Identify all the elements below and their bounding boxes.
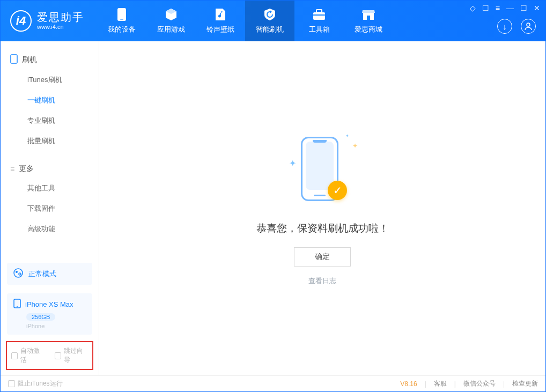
svg-rect-2 bbox=[313, 12, 325, 20]
svg-rect-3 bbox=[316, 10, 322, 12]
svg-point-8 bbox=[14, 269, 23, 277]
title-bar: i4 爱思助手 www.i4.cn 我的设备 应用游戏 铃声壁纸 智能刷机 工具… bbox=[1, 1, 545, 41]
device-type: iPhone bbox=[26, 323, 86, 329]
music-file-icon bbox=[215, 8, 226, 21]
list-icon: ≡ bbox=[10, 165, 14, 173]
sidebar: 刷机 iTunes刷机 一键刷机 专业刷机 批量刷机 ≡ 更多 其他工具 下载固… bbox=[1, 41, 99, 375]
sidebar-item-pro-flash[interactable]: 专业刷机 bbox=[1, 110, 99, 131]
success-illustration: ✦ ✦ ✦ ✓ bbox=[285, 131, 360, 206]
skin-icon[interactable]: ◇ bbox=[470, 4, 476, 12]
menu-icon[interactable]: ≡ bbox=[496, 4, 500, 12]
version-label: V8.16 bbox=[400, 380, 417, 388]
user-icon[interactable] bbox=[521, 19, 536, 34]
success-message: 恭喜您，保资料刷机成功啦！ bbox=[256, 221, 389, 235]
sparkle-icon: ✦ bbox=[345, 134, 349, 138]
download-icon[interactable]: ↓ bbox=[497, 19, 512, 34]
ok-button[interactable]: 确定 bbox=[294, 247, 351, 267]
nav-store[interactable]: 爱思商城 bbox=[344, 1, 393, 41]
app-logo: i4 爱思助手 www.i4.cn bbox=[1, 1, 97, 41]
sidebar-item-oneclick-flash[interactable]: 一键刷机 bbox=[1, 90, 99, 110]
cube-icon bbox=[164, 8, 178, 21]
device-icon bbox=[117, 8, 127, 21]
store-icon bbox=[361, 8, 375, 21]
refresh-shield-icon bbox=[263, 8, 277, 21]
device-capacity: 256GB bbox=[26, 313, 55, 321]
main-content: ✦ ✦ ✦ ✓ 恭喜您，保资料刷机成功啦！ 确定 查看日志 bbox=[99, 41, 545, 375]
app-url: www.i4.cn bbox=[37, 24, 84, 31]
sparkle-icon: ✦ bbox=[289, 158, 296, 168]
window-controls: ◇ ☐ ≡ — ☐ ✕ bbox=[470, 4, 540, 12]
status-bar: 阻止iTunes运行 V8.16 | 客服 | 微信公众号 | 检查更新 bbox=[1, 375, 545, 391]
device-phone-icon bbox=[13, 299, 21, 310]
nav-flash[interactable]: 智能刷机 bbox=[245, 1, 294, 41]
link-support[interactable]: 客服 bbox=[434, 379, 447, 388]
mode-card[interactable]: 正常模式 bbox=[7, 263, 92, 285]
svg-point-6 bbox=[527, 23, 530, 26]
minimize-button[interactable]: — bbox=[506, 4, 514, 12]
svg-point-10 bbox=[19, 273, 21, 275]
close-button[interactable]: ✕ bbox=[534, 4, 540, 12]
mode-label: 正常模式 bbox=[28, 269, 56, 279]
svg-rect-7 bbox=[11, 55, 17, 63]
logo-icon: i4 bbox=[10, 10, 32, 32]
link-wechat[interactable]: 微信公众号 bbox=[463, 379, 496, 388]
checkbox-skip-guide[interactable]: 跳过向导 bbox=[55, 346, 88, 365]
view-log-link[interactable]: 查看日志 bbox=[308, 276, 336, 286]
nav-apps[interactable]: 应用游戏 bbox=[146, 1, 196, 41]
svg-rect-1 bbox=[120, 19, 123, 20]
svg-rect-5 bbox=[367, 16, 370, 20]
main-nav: 我的设备 应用游戏 铃声壁纸 智能刷机 工具箱 爱思商城 bbox=[97, 1, 393, 41]
feedback-icon[interactable]: ☐ bbox=[482, 4, 489, 12]
toolbox-icon bbox=[312, 8, 326, 21]
checkbox-auto-activate[interactable]: 自动激活 bbox=[11, 346, 45, 365]
options-highlighted-box: 自动激活 跳过向导 bbox=[6, 341, 93, 370]
sidebar-section-flash: 刷机 bbox=[1, 50, 99, 70]
mode-icon bbox=[13, 268, 23, 279]
checkbox-icon bbox=[11, 352, 18, 359]
sidebar-section-more: ≡ 更多 bbox=[1, 160, 99, 178]
sidebar-item-download-firmware[interactable]: 下载固件 bbox=[1, 198, 99, 219]
link-check-update[interactable]: 检查更新 bbox=[512, 379, 538, 388]
device-card[interactable]: iPhone XS Max 256GB iPhone bbox=[7, 293, 92, 335]
nav-my-device[interactable]: 我的设备 bbox=[97, 1, 146, 41]
app-name: 爱思助手 bbox=[37, 11, 84, 24]
sidebar-item-advanced[interactable]: 高级功能 bbox=[1, 219, 99, 239]
svg-point-12 bbox=[17, 306, 18, 307]
sidebar-item-other-tools[interactable]: 其他工具 bbox=[1, 178, 99, 198]
checkbox-block-itunes[interactable]: 阻止iTunes运行 bbox=[8, 379, 63, 388]
svg-rect-4 bbox=[313, 14, 325, 16]
nav-ringtones[interactable]: 铃声壁纸 bbox=[196, 1, 245, 41]
nav-toolbox[interactable]: 工具箱 bbox=[294, 1, 344, 41]
sparkle-icon: ✦ bbox=[352, 142, 358, 150]
device-name: iPhone XS Max bbox=[25, 300, 73, 308]
maximize-button[interactable]: ☐ bbox=[520, 4, 527, 12]
checkbox-icon bbox=[55, 352, 61, 359]
checkbox-icon bbox=[8, 380, 15, 387]
svg-point-9 bbox=[16, 271, 18, 273]
sidebar-item-batch-flash[interactable]: 批量刷机 bbox=[1, 131, 99, 151]
phone-icon bbox=[10, 54, 18, 65]
sidebar-item-itunes-flash[interactable]: iTunes刷机 bbox=[1, 70, 99, 90]
header-actions: ↓ bbox=[497, 19, 536, 34]
check-badge-icon: ✓ bbox=[328, 181, 347, 200]
